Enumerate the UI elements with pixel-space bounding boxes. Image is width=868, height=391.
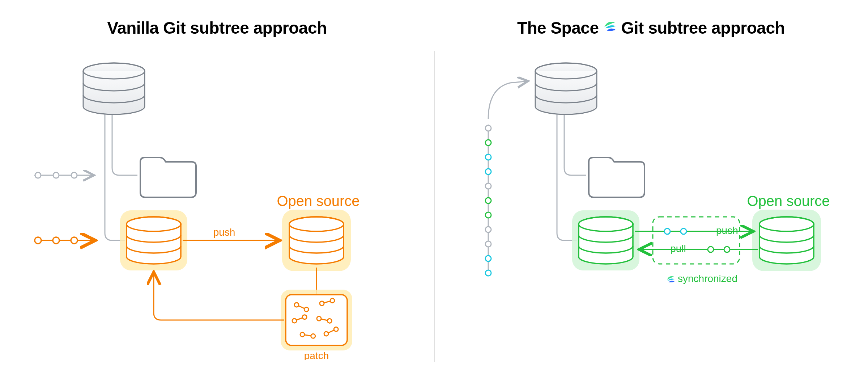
diagram-vanilla: push Open source bbox=[18, 49, 416, 360]
subtree-db-icon bbox=[120, 210, 187, 270]
space-logo-icon bbox=[602, 18, 617, 33]
svg-point-61 bbox=[724, 247, 730, 252]
svg-point-60 bbox=[708, 247, 714, 252]
patch-box-icon bbox=[281, 290, 352, 350]
svg-point-3 bbox=[35, 172, 41, 178]
svg-point-31 bbox=[300, 332, 305, 337]
svg-point-57 bbox=[664, 228, 670, 234]
gray-commit-chain-icon bbox=[34, 172, 94, 178]
svg-point-4 bbox=[53, 172, 59, 178]
svg-point-47 bbox=[485, 241, 491, 247]
title-space: The Space Git subtree approach bbox=[452, 18, 850, 38]
svg-point-44 bbox=[485, 198, 491, 203]
diagram-space: Open source push pull bbox=[452, 49, 850, 360]
panel-space: The Space Git subtree approach bbox=[434, 0, 868, 391]
open-source-label-left: Open source bbox=[277, 193, 359, 209]
sync-box-icon bbox=[653, 217, 740, 264]
patch-feedback-arrow-icon bbox=[154, 273, 284, 320]
patch-label: patch bbox=[304, 350, 329, 360]
svg-point-40 bbox=[485, 140, 491, 146]
svg-point-43 bbox=[485, 183, 491, 189]
svg-point-32 bbox=[311, 333, 316, 339]
svg-point-28 bbox=[316, 316, 322, 321]
svg-point-49 bbox=[485, 270, 491, 276]
svg-point-46 bbox=[485, 227, 491, 232]
svg-point-9 bbox=[71, 237, 77, 244]
pull-label: pull bbox=[670, 243, 686, 254]
push-label: push bbox=[213, 227, 235, 238]
sync-label-group: synchronized bbox=[667, 273, 737, 284]
main-repo-db-icon bbox=[535, 63, 597, 114]
space-logo-small-icon bbox=[667, 276, 675, 282]
svg-point-8 bbox=[53, 237, 59, 244]
svg-point-48 bbox=[485, 256, 491, 261]
open-source-label-right: Open source bbox=[747, 193, 830, 209]
svg-point-23 bbox=[330, 298, 335, 303]
title-space-pre: The Space bbox=[517, 18, 599, 38]
svg-point-41 bbox=[485, 154, 491, 160]
svg-point-58 bbox=[681, 228, 686, 234]
main-repo-db-icon bbox=[83, 63, 145, 114]
timeline-sync-arrow-icon bbox=[488, 81, 528, 119]
svg-point-39 bbox=[485, 125, 491, 131]
commit-timeline-icon bbox=[485, 125, 491, 276]
svg-point-5 bbox=[71, 172, 77, 178]
panel-vanilla: Vanilla Git subtree approach bbox=[0, 0, 434, 391]
push-label: push bbox=[716, 225, 738, 236]
folder-icon bbox=[140, 157, 196, 197]
title-vanilla: Vanilla Git subtree approach bbox=[18, 18, 416, 38]
orange-commit-chain-icon bbox=[34, 237, 94, 244]
opensource-db-icon bbox=[752, 210, 821, 271]
sync-label: synchronized bbox=[678, 273, 737, 284]
title-space-post: Git subtree approach bbox=[621, 18, 785, 38]
svg-point-29 bbox=[327, 318, 332, 323]
svg-point-45 bbox=[485, 212, 491, 218]
svg-point-7 bbox=[35, 237, 41, 244]
folder-icon bbox=[589, 157, 644, 197]
svg-point-42 bbox=[485, 169, 491, 175]
opensource-db-icon bbox=[282, 210, 351, 271]
svg-point-22 bbox=[319, 301, 325, 306]
subtree-db-icon bbox=[572, 210, 639, 270]
